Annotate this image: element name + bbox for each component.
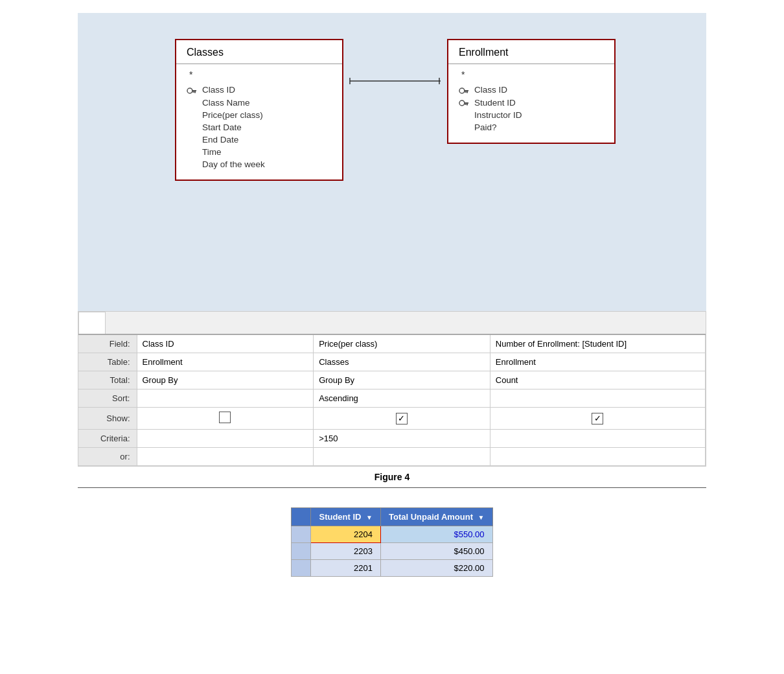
results-header-selector <box>292 508 311 526</box>
enrollment-field-class-id: Class ID <box>459 84 604 97</box>
query-row-sort: Sort: Ascending <box>78 389 706 408</box>
classes-field-class-id: Class ID <box>187 84 332 97</box>
field-col3: Number of Enrollment: [Student ID] <box>490 335 705 353</box>
criteria-col1 <box>137 430 314 448</box>
relation-arrow-container <box>343 32 447 91</box>
query-grid: Field: Class ID Price(per class) Number … <box>78 335 706 466</box>
sort-col3 <box>490 389 705 408</box>
results-header-student-id[interactable]: Student ID ▼ <box>311 508 381 526</box>
main-container: Classes * Class ID <box>0 0 784 674</box>
key-icon-class-id <box>187 85 198 95</box>
query-row-criteria: Criteria: >150 <box>78 430 706 448</box>
svg-rect-9 <box>467 91 468 93</box>
total-col2: Group By <box>314 371 490 389</box>
relation-line-svg <box>343 71 447 91</box>
row-selector-1 <box>292 543 311 560</box>
classes-title: Classes <box>176 40 342 64</box>
classes-field-day: Day of the week <box>187 158 332 170</box>
amount-header-label: Total Unpaid Amount <box>389 512 473 522</box>
query-table: Field: Class ID Price(per class) Number … <box>78 335 706 466</box>
results-id-cell-2: 2201 <box>311 560 381 577</box>
or-row-label: or: <box>78 448 137 466</box>
criteria-row-label: Criteria: <box>78 430 137 448</box>
diagram-inner: Classes * Class ID <box>91 32 693 181</box>
results-row-2: 2201$220.00 <box>292 560 492 577</box>
show-checkbox-col2[interactable]: ✓ <box>396 413 408 424</box>
key-icon-enroll-class-id <box>459 85 470 95</box>
field-row-label: Field: <box>78 335 137 353</box>
query-row-or: or: <box>78 448 706 466</box>
enrollment-asterisk: * <box>459 69 604 80</box>
table-col2: Classes <box>314 353 490 371</box>
student-id-sort-arrow: ▼ <box>366 514 373 521</box>
show-checkbox-col1[interactable] <box>219 412 231 423</box>
svg-rect-12 <box>464 102 468 104</box>
classes-time-label: Time <box>202 147 332 157</box>
results-header-row: Student ID ▼ Total Unpaid Amount ▼ <box>292 508 492 526</box>
criteria-col2: >150 <box>314 430 490 448</box>
total-col1: Group By <box>137 371 314 389</box>
sort-col2: Ascending <box>314 389 490 408</box>
results-amount-cell-1: $450.00 <box>381 543 493 560</box>
results-id-cell-0: 2204 <box>311 526 381 543</box>
diagram-area: Classes * Class ID <box>78 13 706 311</box>
criteria-col3 <box>490 430 705 448</box>
results-tbody: 2204$550.002203$450.002201$220.00 <box>292 526 492 577</box>
field-col2: Price(per class) <box>314 335 490 353</box>
amount-sort-arrow: ▼ <box>478 514 485 521</box>
query-row-field: Field: Class ID Price(per class) Number … <box>78 335 706 353</box>
table-col1: Enrollment <box>137 353 314 371</box>
query-section: Field: Class ID Price(per class) Number … <box>78 311 706 467</box>
figure-caption: Figure 4 <box>78 472 706 488</box>
show-col1[interactable] <box>137 408 314 430</box>
enrollment-paid-label: Paid? <box>474 122 604 132</box>
sort-col1 <box>137 389 314 408</box>
or-col3 <box>490 448 705 466</box>
results-id-cell-1: 2203 <box>311 543 381 560</box>
key-icon-student-id <box>459 98 470 108</box>
sort-row-label: Sort: <box>78 389 137 408</box>
query-tab-bar <box>78 312 706 335</box>
svg-rect-8 <box>464 90 468 91</box>
classes-day-label: Day of the week <box>202 159 332 169</box>
field-col1: Class ID <box>137 335 314 353</box>
show-col2[interactable]: ✓ <box>314 408 490 430</box>
classes-start-date-label: Start Date <box>202 122 332 132</box>
enrollment-field-student-id: Student ID <box>459 97 604 110</box>
results-table: Student ID ▼ Total Unpaid Amount ▼ 2204$… <box>291 507 492 577</box>
classes-price-label: Price(per class) <box>202 110 332 120</box>
svg-point-7 <box>459 88 465 93</box>
enrollment-student-id-label: Student ID <box>474 98 604 108</box>
query-row-table: Table: Enrollment Classes Enrollment <box>78 353 706 371</box>
table-col3: Enrollment <box>490 353 705 371</box>
show-row-label: Show: <box>78 408 137 430</box>
classes-field-price: Price(per class) <box>187 109 332 121</box>
svg-rect-13 <box>467 104 468 106</box>
total-row-label: Total: <box>78 371 137 389</box>
query-tab[interactable] <box>78 312 106 334</box>
svg-point-0 <box>187 88 192 93</box>
enrollment-field-paid: Paid? <box>459 121 604 134</box>
or-col2 <box>314 448 490 466</box>
classes-field-end-date: End Date <box>187 134 332 146</box>
svg-rect-1 <box>192 90 196 91</box>
show-col3[interactable]: ✓ <box>490 408 705 430</box>
classes-asterisk: * <box>187 69 332 80</box>
total-col3: Count <box>490 371 705 389</box>
classes-entity-box: Classes * Class ID <box>175 39 343 181</box>
row-selector-2 <box>292 560 311 577</box>
results-amount-cell-2: $220.00 <box>381 560 493 577</box>
student-id-header-label: Student ID <box>319 512 361 522</box>
classes-field-class-name: Class Name <box>187 97 332 109</box>
results-row-1: 2203$450.00 <box>292 543 492 560</box>
table-row-label: Table: <box>78 353 137 371</box>
show-checkbox-col3[interactable]: ✓ <box>592 413 603 424</box>
results-header-amount[interactable]: Total Unpaid Amount ▼ <box>381 508 493 526</box>
svg-rect-3 <box>193 91 194 93</box>
classes-class-name-label: Class Name <box>202 98 332 108</box>
classes-body: * Class ID <box>176 64 342 180</box>
results-section: Student ID ▼ Total Unpaid Amount ▼ 2204$… <box>0 507 784 577</box>
enrollment-body: * Class ID <box>448 64 614 143</box>
enrollment-title: Enrollment <box>448 40 614 64</box>
svg-rect-2 <box>194 91 196 93</box>
